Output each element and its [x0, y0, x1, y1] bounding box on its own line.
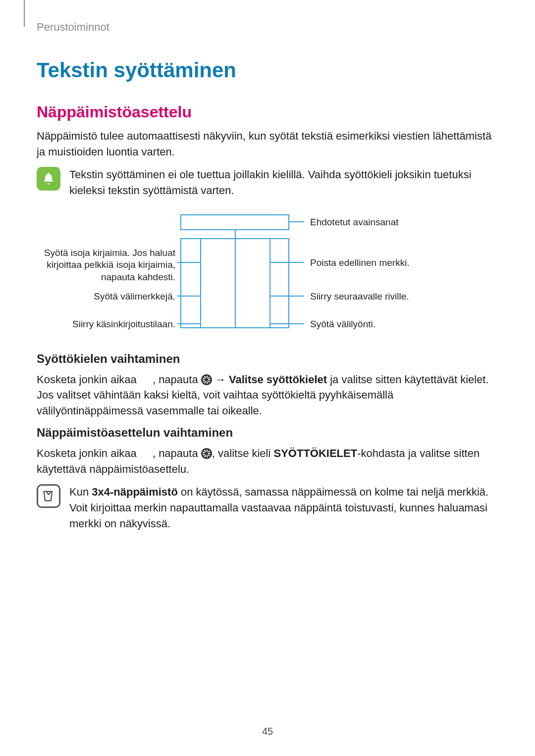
section-header: Perustoiminnot — [37, 21, 498, 34]
intro-paragraph: Näppäimistö tulee automaattisesti näkyvi… — [37, 128, 498, 160]
note-unsupported-languages: Tekstin syöttäminen ei ole tuettua joill… — [37, 167, 498, 199]
label-newline: Siirry seuraavalle riville. — [310, 291, 409, 303]
note-text: Tekstin syöttäminen ei ole tuettua joill… — [69, 167, 498, 199]
heading-input-language: Syöttökielen vaihtaminen — [37, 352, 498, 366]
page-title: Tekstin syöttäminen — [37, 58, 498, 82]
label-caps: Syötä isoja kirjaimia. Jos haluat kirjoi… — [37, 247, 175, 284]
label-suggested-words: Ehdotetut avainsanat — [310, 216, 399, 229]
note-icon — [37, 484, 60, 508]
subtitle: Näppäimistöasettelu — [37, 103, 498, 121]
paragraph-input-language: Kosketa jonkin aikaa , napauta → Valitse… — [37, 372, 498, 419]
note-3x4-text: Kun 3x4-näppäimistö on käytössä, samassa… — [69, 484, 498, 532]
page-number: 45 — [0, 726, 535, 737]
label-delete: Poista edellinen merkki. — [310, 257, 410, 269]
gear-icon — [201, 448, 212, 459]
keyboard-diagram: Ehdotetut avainsanat Syötä isoja kirjaim… — [37, 208, 492, 337]
bell-icon — [37, 167, 60, 191]
label-punctuation: Syötä välimerkkejä. — [37, 291, 175, 303]
paragraph-keyboard-layout: Kosketa jonkin aikaa , napauta , valitse… — [37, 446, 498, 477]
heading-keyboard-layout: Näppäimistöasettelun vaihtaminen — [37, 426, 498, 440]
label-space: Syötä välilyönti. — [310, 318, 375, 331]
gear-icon — [201, 374, 212, 385]
label-handwriting: Siirry käsinkirjoitustilaan. — [37, 318, 175, 331]
note-3x4-keyboard: Kun 3x4-näppäimistö on käytössä, samassa… — [37, 484, 498, 532]
